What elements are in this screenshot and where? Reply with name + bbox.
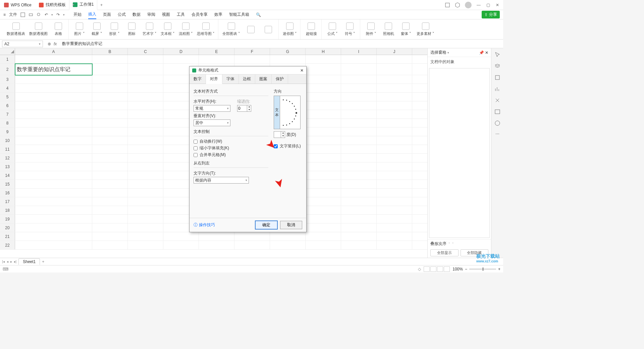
row-header[interactable]: 20 — [0, 223, 15, 232]
undo-dropdown-icon[interactable]: ▾ — [51, 13, 53, 16]
menu-tab-视图[interactable]: 视图 — [162, 10, 170, 19]
cell-J19[interactable] — [377, 215, 412, 223]
cell-B17[interactable] — [92, 197, 128, 206]
cell-B7[interactable] — [92, 110, 128, 118]
ribbon-icon[interactable] — [262, 19, 275, 39]
cell-C16[interactable] — [128, 189, 163, 197]
cell-C9[interactable] — [128, 128, 163, 136]
cell-H10[interactable] — [306, 136, 341, 145]
cube-icon[interactable] — [455, 2, 460, 8]
cell-H1[interactable] — [306, 55, 341, 63]
zoom-in-button[interactable]: + — [498, 267, 500, 271]
ribbon-附件[interactable]: 附件 ˅ — [364, 19, 378, 39]
ribbon-窗体[interactable]: 窗体 ˅ — [399, 19, 413, 39]
cell-I20[interactable] — [341, 223, 377, 232]
cell-I4[interactable] — [341, 84, 377, 92]
cell-B19[interactable] — [92, 215, 128, 223]
doc-tab-templates[interactable]: 找稻壳模板 — [36, 0, 69, 10]
cell-C19[interactable] — [128, 215, 163, 223]
cell-C14[interactable] — [128, 171, 163, 180]
row-header[interactable]: 22 — [0, 241, 15, 249]
cell-H19[interactable] — [306, 215, 341, 223]
cell-H7[interactable] — [306, 110, 341, 118]
cell-I12[interactable] — [341, 154, 377, 162]
cell-I6[interactable] — [341, 101, 377, 110]
cell-J12[interactable] — [377, 154, 412, 162]
chevron-down-icon[interactable]: ▾ — [447, 51, 449, 54]
cell-B21[interactable] — [92, 232, 128, 241]
image-icon[interactable] — [494, 109, 500, 115]
cell-C15[interactable] — [128, 180, 163, 188]
cell-H9[interactable] — [306, 128, 341, 136]
orientation-dial[interactable] — [280, 96, 300, 129]
checkbox-icon[interactable] — [194, 153, 198, 157]
ribbon-全部图表[interactable]: 全部图表 ˅ — [222, 19, 240, 39]
chevron-down-icon[interactable]: ▾ — [39, 42, 41, 46]
cell-G1[interactable] — [270, 55, 306, 63]
add-sheet-button[interactable]: + — [42, 259, 44, 264]
ribbon-形状[interactable]: 形状 ˅ — [108, 19, 121, 39]
layers-icon[interactable] — [494, 63, 500, 69]
cell-A2[interactable]: 数学重要的知识点牢记 — [15, 64, 92, 75]
cell-D21[interactable] — [163, 232, 199, 241]
merge-cells-checkbox[interactable]: 合并单元格(M) — [194, 152, 268, 158]
row-header[interactable]: 4 — [0, 84, 15, 92]
cell-C18[interactable] — [128, 206, 163, 214]
spin-down-icon[interactable]: ▾ — [247, 108, 251, 111]
cell-I15[interactable] — [341, 180, 377, 188]
cell-J5[interactable] — [377, 93, 412, 101]
wrap-text-checkbox[interactable]: 自动换行(W) — [194, 139, 268, 144]
cell-C5[interactable] — [128, 93, 163, 101]
cell-I19[interactable] — [341, 215, 377, 223]
avatar[interactable] — [465, 2, 472, 8]
prev-sheet-button[interactable]: ◂ — [7, 260, 8, 263]
cell-A12[interactable] — [15, 154, 92, 162]
ribbon-公式[interactable]: 公式 ˅ — [326, 19, 339, 39]
h-align-select[interactable]: 常规▾ — [194, 105, 230, 112]
degree-value[interactable] — [274, 132, 281, 138]
vertical-text-checkbox[interactable]: 文字竖排(L) — [274, 143, 302, 149]
reader-view-button[interactable] — [444, 266, 450, 272]
cell-J14[interactable] — [377, 171, 412, 180]
col-header-I[interactable]: I — [341, 48, 377, 55]
cell-F21[interactable] — [234, 232, 270, 241]
cell-E1[interactable] — [199, 55, 234, 63]
cell-B10[interactable] — [92, 136, 128, 145]
cell-C20[interactable] — [128, 223, 163, 232]
cell-J22[interactable] — [377, 241, 412, 249]
orientation-control[interactable]: 文本 — [274, 96, 301, 129]
shrink-fit-checkbox[interactable]: 缩小字体填充(K) — [194, 145, 268, 151]
cell-A1[interactable] — [15, 55, 92, 63]
row-header[interactable]: 14 — [0, 171, 15, 180]
cell-B4[interactable] — [92, 84, 128, 92]
ribbon-截屏[interactable]: 截屏 ˅ — [90, 19, 104, 39]
cell-H11[interactable] — [306, 145, 341, 153]
cell-C12[interactable] — [128, 154, 163, 162]
zoom-out-button[interactable]: − — [465, 267, 467, 271]
dialog-tab-字体[interactable]: 字体 — [222, 74, 239, 84]
cell-C6[interactable] — [128, 101, 163, 110]
cell-B2[interactable] — [92, 64, 128, 75]
cell-B15[interactable] — [92, 180, 128, 188]
menu-tab-公式[interactable]: 公式 — [118, 10, 126, 19]
cell-B20[interactable] — [92, 223, 128, 232]
ribbon-流程图[interactable]: 流程图 ˅ — [179, 19, 193, 39]
cell-H15[interactable] — [306, 180, 341, 188]
checkbox-icon[interactable] — [274, 144, 278, 148]
menu-tab-开始[interactable]: 开始 — [73, 10, 82, 19]
spin-down-icon[interactable]: ▾ — [281, 135, 285, 138]
cell-D22[interactable] — [163, 241, 199, 249]
row-header[interactable]: 19 — [0, 215, 15, 223]
cell-I2[interactable] — [341, 64, 377, 75]
row-header[interactable]: 17 — [0, 197, 15, 206]
col-header-F[interactable]: F — [234, 48, 270, 55]
cell-B3[interactable] — [92, 75, 128, 84]
cell-H16[interactable] — [306, 189, 341, 197]
col-header-A[interactable]: A — [15, 48, 92, 55]
redo-button[interactable]: ↷ — [56, 12, 60, 17]
menu-tab-会员专享[interactable]: 会员专享 — [192, 10, 208, 19]
first-sheet-button[interactable]: |◂ — [2, 260, 5, 263]
select-all-corner[interactable] — [0, 48, 15, 55]
ribbon-更多素材[interactable]: 更多素材 ˅ — [417, 19, 434, 39]
cell-I14[interactable] — [341, 171, 377, 180]
